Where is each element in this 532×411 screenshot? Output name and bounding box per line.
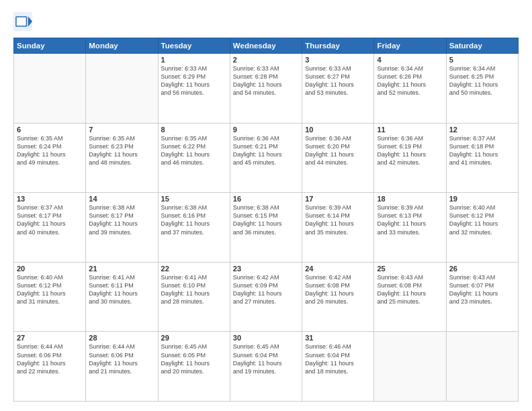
calendar-cell: 1Sunrise: 6:33 AM Sunset: 6:29 PM Daylig…	[158, 54, 230, 124]
day-number: 6	[17, 126, 83, 134]
header-day-friday: Friday	[374, 38, 446, 54]
day-info: Sunrise: 6:44 AM Sunset: 6:06 PM Dayligh…	[89, 342, 154, 375]
calendar-cell: 20Sunrise: 6:40 AM Sunset: 6:12 PM Dayli…	[14, 262, 86, 332]
calendar-cell: 17Sunrise: 6:39 AM Sunset: 6:14 PM Dayli…	[302, 193, 374, 263]
day-info: Sunrise: 6:40 AM Sunset: 6:12 PM Dayligh…	[449, 203, 515, 236]
day-number: 18	[377, 195, 443, 203]
calendar-table: SundayMondayTuesdayWednesdayThursdayFrid…	[13, 38, 519, 402]
calendar-cell	[446, 332, 518, 402]
day-number: 29	[161, 334, 227, 342]
header	[13, 12, 519, 31]
day-info: Sunrise: 6:35 AM Sunset: 6:23 PM Dayligh…	[89, 134, 154, 167]
day-info: Sunrise: 6:38 AM Sunset: 6:15 PM Dayligh…	[233, 203, 299, 236]
calendar-cell: 3Sunrise: 6:33 AM Sunset: 6:27 PM Daylig…	[302, 54, 374, 124]
svg-rect-3	[17, 17, 26, 26]
calendar-cell: 19Sunrise: 6:40 AM Sunset: 6:12 PM Dayli…	[446, 193, 518, 263]
day-info: Sunrise: 6:33 AM Sunset: 6:29 PM Dayligh…	[161, 64, 227, 97]
day-number: 28	[89, 334, 154, 342]
calendar-cell: 29Sunrise: 6:45 AM Sunset: 6:05 PM Dayli…	[158, 332, 230, 402]
day-number: 24	[305, 265, 371, 273]
day-number: 11	[377, 126, 443, 134]
day-info: Sunrise: 6:36 AM Sunset: 6:19 PM Dayligh…	[377, 134, 443, 167]
day-info: Sunrise: 6:44 AM Sunset: 6:06 PM Dayligh…	[17, 342, 83, 375]
day-number: 4	[377, 56, 443, 64]
header-day-tuesday: Tuesday	[158, 38, 230, 54]
calendar-cell: 2Sunrise: 6:33 AM Sunset: 6:28 PM Daylig…	[230, 54, 302, 124]
day-number: 5	[449, 56, 515, 64]
calendar-cell: 31Sunrise: 6:46 AM Sunset: 6:04 PM Dayli…	[302, 332, 374, 402]
day-number: 30	[233, 334, 299, 342]
week-row-1: 1Sunrise: 6:33 AM Sunset: 6:29 PM Daylig…	[14, 54, 519, 124]
header-day-thursday: Thursday	[302, 38, 374, 54]
calendar-cell: 10Sunrise: 6:36 AM Sunset: 6:20 PM Dayli…	[302, 123, 374, 193]
day-number: 10	[305, 126, 371, 134]
calendar-cell	[374, 332, 446, 402]
day-number: 1	[161, 56, 227, 64]
day-number: 25	[377, 265, 443, 273]
calendar-cell: 14Sunrise: 6:38 AM Sunset: 6:17 PM Dayli…	[86, 193, 158, 263]
calendar-cell: 12Sunrise: 6:37 AM Sunset: 6:18 PM Dayli…	[446, 123, 518, 193]
day-number: 26	[449, 265, 515, 273]
day-number: 23	[233, 265, 299, 273]
day-number: 3	[305, 56, 371, 64]
calendar-cell: 18Sunrise: 6:39 AM Sunset: 6:13 PM Dayli…	[374, 193, 446, 263]
day-info: Sunrise: 6:33 AM Sunset: 6:27 PM Dayligh…	[305, 64, 371, 97]
day-number: 12	[449, 126, 515, 134]
calendar-cell: 6Sunrise: 6:35 AM Sunset: 6:24 PM Daylig…	[14, 123, 86, 193]
calendar-cell: 24Sunrise: 6:42 AM Sunset: 6:08 PM Dayli…	[302, 262, 374, 332]
calendar-cell	[86, 54, 158, 124]
calendar-cell: 28Sunrise: 6:44 AM Sunset: 6:06 PM Dayli…	[86, 332, 158, 402]
day-info: Sunrise: 6:43 AM Sunset: 6:07 PM Dayligh…	[449, 273, 515, 306]
day-info: Sunrise: 6:43 AM Sunset: 6:08 PM Dayligh…	[377, 273, 443, 306]
day-number: 19	[449, 195, 515, 203]
calendar-cell: 22Sunrise: 6:41 AM Sunset: 6:10 PM Dayli…	[158, 262, 230, 332]
day-info: Sunrise: 6:39 AM Sunset: 6:14 PM Dayligh…	[305, 203, 371, 236]
calendar-cell: 25Sunrise: 6:43 AM Sunset: 6:08 PM Dayli…	[374, 262, 446, 332]
header-day-wednesday: Wednesday	[230, 38, 302, 54]
day-number: 21	[89, 265, 154, 273]
day-number: 9	[233, 126, 299, 134]
header-day-saturday: Saturday	[446, 38, 518, 54]
week-row-2: 6Sunrise: 6:35 AM Sunset: 6:24 PM Daylig…	[14, 123, 519, 193]
day-number: 27	[17, 334, 83, 342]
day-info: Sunrise: 6:42 AM Sunset: 6:09 PM Dayligh…	[233, 273, 299, 306]
calendar-cell: 8Sunrise: 6:35 AM Sunset: 6:22 PM Daylig…	[158, 123, 230, 193]
calendar-cell: 21Sunrise: 6:41 AM Sunset: 6:11 PM Dayli…	[86, 262, 158, 332]
day-info: Sunrise: 6:38 AM Sunset: 6:17 PM Dayligh…	[89, 203, 154, 236]
day-info: Sunrise: 6:39 AM Sunset: 6:13 PM Dayligh…	[377, 203, 443, 236]
day-info: Sunrise: 6:37 AM Sunset: 6:18 PM Dayligh…	[449, 134, 515, 167]
calendar-cell: 15Sunrise: 6:38 AM Sunset: 6:16 PM Dayli…	[158, 193, 230, 263]
page: SundayMondayTuesdayWednesdayThursdayFrid…	[0, 0, 532, 411]
day-info: Sunrise: 6:36 AM Sunset: 6:21 PM Dayligh…	[233, 134, 299, 167]
day-number: 15	[161, 195, 227, 203]
calendar-cell: 26Sunrise: 6:43 AM Sunset: 6:07 PM Dayli…	[446, 262, 518, 332]
day-number: 22	[161, 265, 227, 273]
week-row-3: 13Sunrise: 6:37 AM Sunset: 6:17 PM Dayli…	[14, 193, 519, 263]
day-number: 31	[305, 334, 371, 342]
day-info: Sunrise: 6:45 AM Sunset: 6:04 PM Dayligh…	[233, 342, 299, 375]
calendar-cell: 30Sunrise: 6:45 AM Sunset: 6:04 PM Dayli…	[230, 332, 302, 402]
calendar-cell: 9Sunrise: 6:36 AM Sunset: 6:21 PM Daylig…	[230, 123, 302, 193]
header-day-sunday: Sunday	[14, 38, 86, 54]
day-info: Sunrise: 6:46 AM Sunset: 6:04 PM Dayligh…	[305, 342, 371, 375]
day-number: 7	[89, 126, 154, 134]
week-row-4: 20Sunrise: 6:40 AM Sunset: 6:12 PM Dayli…	[14, 262, 519, 332]
calendar-cell: 5Sunrise: 6:34 AM Sunset: 6:25 PM Daylig…	[446, 54, 518, 124]
day-info: Sunrise: 6:41 AM Sunset: 6:11 PM Dayligh…	[89, 273, 154, 306]
logo-icon	[13, 12, 32, 31]
header-day-monday: Monday	[86, 38, 158, 54]
day-info: Sunrise: 6:35 AM Sunset: 6:22 PM Dayligh…	[161, 134, 227, 167]
calendar-cell: 13Sunrise: 6:37 AM Sunset: 6:17 PM Dayli…	[14, 193, 86, 263]
day-number: 14	[89, 195, 154, 203]
day-info: Sunrise: 6:34 AM Sunset: 6:26 PM Dayligh…	[377, 64, 443, 97]
logo	[13, 12, 35, 31]
day-number: 2	[233, 56, 299, 64]
day-info: Sunrise: 6:34 AM Sunset: 6:25 PM Dayligh…	[449, 64, 515, 97]
calendar-cell: 11Sunrise: 6:36 AM Sunset: 6:19 PM Dayli…	[374, 123, 446, 193]
day-number: 20	[17, 265, 83, 273]
day-number: 13	[17, 195, 83, 203]
day-number: 8	[161, 126, 227, 134]
day-info: Sunrise: 6:42 AM Sunset: 6:08 PM Dayligh…	[305, 273, 371, 306]
day-number: 17	[305, 195, 371, 203]
calendar-cell	[14, 54, 86, 124]
